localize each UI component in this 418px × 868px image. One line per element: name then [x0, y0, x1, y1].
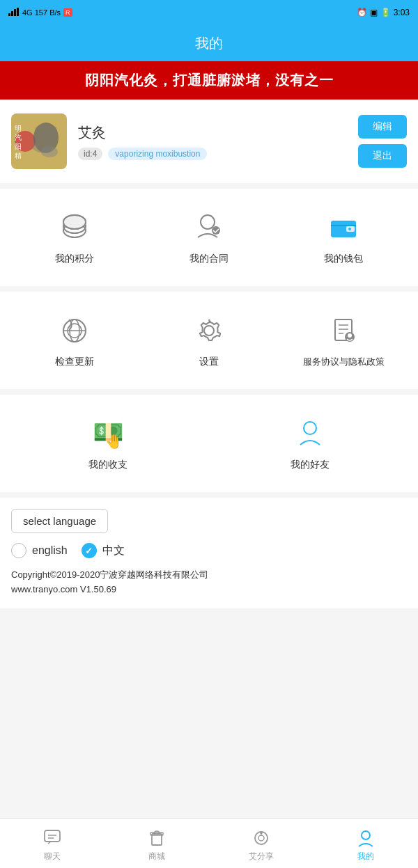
svg-rect-0 [8, 13, 10, 16]
svg-rect-2 [14, 9, 16, 16]
svg-point-32 [348, 333, 352, 338]
mall-icon [147, 828, 167, 848]
menu-grid-1: 我的积分 我的合同 [7, 203, 411, 272]
select-language-button[interactable]: select language [11, 509, 108, 533]
svg-point-16 [201, 215, 215, 229]
menu-item-friends[interactable]: 我的好友 [209, 409, 411, 478]
alarm-icon: ⏰ [357, 8, 367, 17]
contract-label: 我的合同 [189, 253, 229, 265]
svg-rect-1 [11, 11, 13, 16]
menu-section-1: 我的积分 我的合同 [0, 189, 418, 286]
bottom-nav: 聊天 商城 艾分享 [0, 818, 418, 868]
svg-point-17 [212, 226, 220, 235]
time: 3:03 [394, 8, 410, 17]
menu-item-update[interactable]: 检查更新 [7, 306, 141, 375]
policy-icon [325, 313, 362, 349]
nav-item-mine[interactable]: 我的 [314, 819, 418, 868]
menu-grid-3: 💵 🤚 我的收支 我的好友 [7, 409, 411, 478]
mine-icon [356, 828, 376, 848]
update-label: 检查更新 [55, 356, 94, 368]
nav-label-mall: 商城 [148, 851, 165, 862]
svg-text:阳: 阳 [15, 143, 22, 150]
income-label: 我的收支 [88, 459, 127, 471]
svg-point-45 [362, 831, 370, 839]
avatar: 明 汽 阳 精 [11, 113, 67, 169]
menu-section-3: 💵 🤚 我的收支 我的好友 [0, 395, 418, 492]
nav-label-chat: 聊天 [44, 851, 61, 862]
status-text: 4G 157 B/s [22, 8, 61, 17]
banner-text: 阴阳汽化灸，打通脏腑淤堵，没有之一 [85, 71, 334, 90]
language-section: select language english 中文 Copyright©201… [0, 498, 418, 608]
copyright-line2: www.tranyo.com V1.50.69 [11, 583, 407, 597]
page-header: 我的 [0, 25, 418, 61]
menu-item-contract[interactable]: 我的合同 [141, 203, 276, 272]
nav-label-mine: 我的 [357, 851, 374, 862]
english-label: english [32, 544, 68, 557]
svg-point-20 [348, 228, 351, 230]
points-label: 我的积分 [55, 253, 94, 265]
copyright: Copyright©2019-2020宁波穿越网络科技有限公司 www.tran… [11, 568, 407, 597]
friends-label: 我的好友 [291, 459, 330, 471]
update-icon [56, 313, 93, 349]
income-icon: 💵 🤚 [90, 416, 126, 452]
profile-desc-tag: vaporizing moxibustion [108, 148, 207, 160]
language-options: english 中文 [11, 543, 407, 558]
svg-rect-21 [331, 225, 356, 226]
menu-grid-2: 检查更新 设置 [7, 306, 411, 375]
svg-text:🤚: 🤚 [105, 433, 123, 450]
wallet-label: 我的钱包 [324, 253, 363, 265]
profile-id-tag: id:4 [78, 148, 102, 160]
settings-icon [191, 313, 227, 349]
edit-button[interactable]: 编辑 [358, 115, 407, 139]
svg-point-42 [258, 835, 264, 841]
language-option-english[interactable]: english [11, 543, 68, 558]
status-left: 4G 157 B/s R [8, 8, 72, 17]
share-icon [251, 828, 271, 848]
profile-actions: 编辑 退出 [358, 115, 407, 168]
friends-icon [292, 416, 328, 452]
settings-label: 设置 [199, 356, 219, 368]
record-icon: R [63, 8, 72, 17]
nav-item-mall[interactable]: 商城 [104, 819, 209, 868]
wallet-icon [325, 210, 362, 246]
profile-section: 明 汽 阳 精 艾灸 id:4 vaporizing moxibustion 编… [0, 100, 418, 183]
nav-item-chat[interactable]: 聊天 [0, 819, 104, 868]
menu-item-wallet[interactable]: 我的钱包 [277, 203, 411, 272]
svg-text:汽: 汽 [15, 134, 22, 141]
promo-banner: 阴阳汽化灸，打通脏腑淤堵，没有之一 [0, 61, 418, 100]
screen-icon: ▣ [370, 8, 378, 17]
contract-icon [191, 210, 227, 246]
page-title: 我的 [195, 34, 223, 53]
chat-icon [42, 828, 62, 848]
profile-name: 艾灸 [78, 123, 347, 142]
copyright-line1: Copyright©2019-2020宁波穿越网络科技有限公司 [11, 568, 407, 583]
svg-text:精: 精 [15, 152, 22, 159]
nav-item-share[interactable]: 艾分享 [209, 819, 314, 868]
radio-chinese [82, 543, 97, 558]
svg-point-15 [63, 215, 86, 229]
menu-item-income[interactable]: 💵 🤚 我的收支 [7, 409, 209, 478]
signal-icon [8, 8, 20, 17]
svg-rect-36 [45, 830, 60, 842]
status-right: ⏰ ▣ 🔋 3:03 [357, 8, 410, 17]
points-icon [56, 210, 93, 246]
svg-point-35 [304, 422, 316, 434]
battery-icon: 🔋 [380, 8, 391, 17]
svg-point-26 [204, 326, 214, 336]
menu-section-2: 检查更新 设置 [0, 292, 418, 389]
logout-button[interactable]: 退出 [358, 144, 407, 168]
svg-text:明: 明 [15, 125, 22, 132]
profile-tags: id:4 vaporizing moxibustion [78, 148, 347, 160]
chinese-label: 中文 [102, 544, 125, 558]
language-option-chinese[interactable]: 中文 [82, 543, 125, 558]
radio-english [11, 543, 26, 558]
status-bar: 4G 157 B/s R ⏰ ▣ 🔋 3:03 [0, 0, 418, 25]
menu-item-points[interactable]: 我的积分 [7, 203, 141, 272]
menu-item-policy[interactable]: 服务协议与隐私政策 [277, 306, 411, 375]
profile-info: 艾灸 id:4 vaporizing moxibustion [78, 123, 347, 160]
menu-item-settings[interactable]: 设置 [141, 306, 276, 375]
policy-label: 服务协议与隐私政策 [303, 356, 385, 368]
nav-label-share: 艾分享 [249, 851, 274, 862]
svg-rect-3 [17, 8, 19, 16]
